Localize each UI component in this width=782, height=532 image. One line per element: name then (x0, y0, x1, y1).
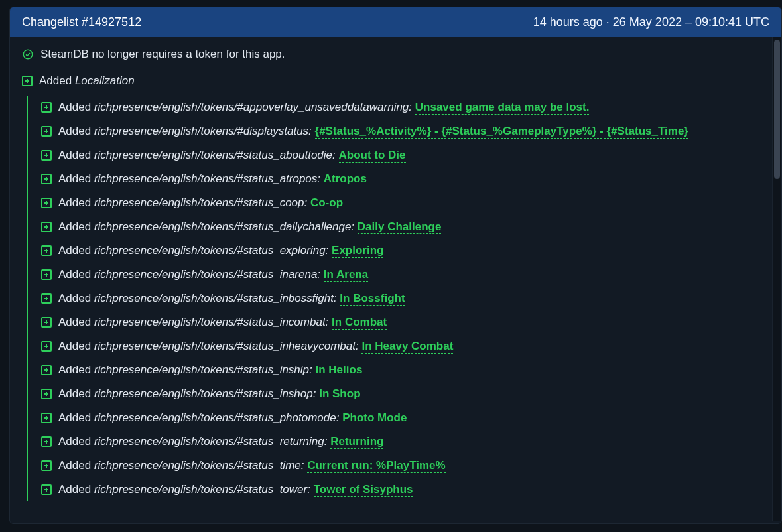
tree-children: Added richpresence/english/tokens/#appov… (27, 96, 769, 501)
plus-icon (41, 150, 52, 161)
entry-key: richpresence/english/tokens/#status_atro… (94, 172, 320, 185)
tree-row: Added richpresence/english/tokens/#statu… (41, 406, 769, 430)
entry-value-link[interactable]: Exploring (332, 244, 383, 258)
time-absolute: 26 May 2022 – 09:10:41 UTC (613, 15, 769, 29)
entry-key: richpresence/english/tokens/#status_inco… (94, 316, 328, 328)
scroll-area[interactable]: SteamDB no longer requires a token for t… (22, 48, 773, 511)
svg-point-0 (23, 50, 33, 59)
added-label: Added (58, 172, 91, 185)
entry-value-link[interactable]: Co-op (310, 196, 343, 210)
entry-key: richpresence/english/tokens/#status_inbo… (94, 292, 337, 304)
tree-row: Added richpresence/english/tokens/#statu… (41, 167, 769, 191)
entry-value-link[interactable]: In Bossfight (340, 292, 405, 306)
tree-row: Added richpresence/english/tokens/#statu… (41, 334, 769, 358)
tree-row: Added richpresence/english/tokens/#statu… (41, 310, 769, 334)
tree-row: Added richpresence/english/tokens/#statu… (41, 430, 769, 454)
time-relative: 14 hours ago (533, 15, 603, 29)
plus-icon (41, 126, 52, 137)
note-line: SteamDB no longer requires a token for t… (22, 48, 769, 61)
changelist-title: Changelist #14927512 (22, 15, 141, 29)
entry-key: richpresence/english/tokens/#status_inar… (94, 268, 320, 281)
tree-root-row: Added Localization (22, 69, 769, 93)
plus-icon (41, 389, 52, 399)
entry-value-link[interactable]: {#Status_%Activity%} - {#Status_%Gamepla… (315, 125, 688, 139)
scrollbar[interactable] (772, 37, 781, 521)
tree-row: Added richpresence/english/tokens/#statu… (41, 143, 769, 167)
entry-key: richpresence/english/tokens/#status_insh… (94, 364, 312, 376)
tree-row: Added richpresence/english/tokens/#statu… (41, 191, 769, 215)
entry-value-link[interactable]: In Heavy Combat (361, 340, 453, 354)
added-label: Added (58, 387, 91, 400)
tree-row: Added richpresence/english/tokens/#statu… (41, 263, 769, 287)
tree-row: Added richpresence/english/tokens/#statu… (41, 382, 769, 406)
plus-icon (41, 460, 52, 471)
plus-icon (41, 102, 52, 113)
card-header: Changelist #14927512 14 hours ago · 26 M… (10, 7, 781, 37)
plus-icon (41, 317, 52, 328)
entry-key: richpresence/english/tokens/#status_inhe… (94, 340, 359, 352)
entry-key: richpresence/english/tokens/#appoverlay_… (94, 101, 412, 113)
added-label: Added (39, 74, 72, 87)
plus-icon (41, 413, 52, 423)
root-key: Localization (75, 74, 135, 87)
added-label: Added (58, 411, 91, 424)
tree-row: Added richpresence/english/tokens/#statu… (41, 478, 769, 501)
changelist-card: Changelist #14927512 14 hours ago · 26 M… (9, 7, 782, 524)
added-label: Added (58, 268, 91, 281)
entry-key: richpresence/english/tokens/#status_phot… (94, 411, 340, 424)
plus-icon (41, 269, 52, 280)
entry-value-link[interactable]: Current run: %PlayTime% (307, 459, 445, 473)
entry-key: richpresence/english/tokens/#status_coop… (94, 196, 307, 209)
entry-key: richpresence/english/tokens/#status_abou… (94, 149, 336, 161)
added-label: Added (58, 196, 91, 209)
plus-icon (41, 222, 52, 232)
added-label: Added (58, 149, 91, 161)
time-sep: · (603, 15, 613, 29)
entry-value-link[interactable]: Atropos (324, 172, 367, 186)
entry-value-link[interactable]: Unsaved game data may be lost. (415, 101, 590, 115)
plus-icon (41, 365, 52, 375)
added-label: Added (58, 483, 91, 496)
entry-value-link[interactable]: About to Die (339, 149, 406, 163)
entry-value-link[interactable]: In Helios (316, 364, 363, 377)
check-circle-icon (22, 48, 34, 60)
entry-value-link[interactable]: In Shop (319, 387, 360, 401)
added-label: Added (58, 292, 91, 304)
tree-row: Added richpresence/english/tokens/#statu… (41, 287, 769, 310)
plus-icon (41, 484, 52, 495)
changelist-timestamp: 14 hours ago · 26 May 2022 – 09:10:41 UT… (533, 15, 769, 29)
entry-key: richpresence/english/tokens/#displaystat… (94, 125, 312, 137)
tree-row: Added richpresence/english/tokens/#displ… (41, 119, 769, 143)
entry-value-link[interactable]: Tower of Sisyphus (314, 483, 413, 497)
entry-value-link[interactable]: In Arena (324, 268, 368, 282)
entry-value-link[interactable]: Returning (330, 435, 383, 449)
added-label: Added (58, 244, 91, 257)
entry-value-link[interactable]: In Combat (332, 316, 387, 330)
plus-icon (41, 293, 52, 304)
entry-key: richpresence/english/tokens/#status_retu… (94, 435, 328, 448)
entry-value-link[interactable]: Photo Mode (342, 411, 407, 425)
entry-key: richpresence/english/tokens/#status_towe… (94, 483, 310, 496)
added-label: Added (58, 459, 91, 472)
tree-row: Added richpresence/english/tokens/#statu… (41, 454, 769, 478)
card-body: SteamDB no longer requires a token for t… (10, 37, 781, 521)
plus-icon (41, 436, 52, 447)
added-label: Added (58, 316, 91, 328)
scrollbar-thumb[interactable] (774, 40, 780, 179)
tree-row: Added richpresence/english/tokens/#statu… (41, 358, 769, 382)
entry-key: richpresence/english/tokens/#status_dail… (94, 220, 354, 233)
plus-icon (41, 174, 52, 184)
added-label: Added (58, 340, 91, 352)
entry-value-link[interactable]: Daily Challenge (358, 220, 442, 234)
added-label: Added (58, 364, 91, 376)
change-tree: Added Localization Added richpresence/en… (22, 69, 769, 501)
entry-key: richpresence/english/tokens/#status_insh… (94, 387, 316, 400)
plus-icon (41, 198, 52, 208)
plus-icon (41, 341, 52, 352)
added-label: Added (58, 101, 91, 113)
added-label: Added (58, 435, 91, 448)
tree-row: Added richpresence/english/tokens/#appov… (41, 96, 769, 119)
tree-row: Added richpresence/english/tokens/#statu… (41, 215, 769, 239)
entry-key: richpresence/english/tokens/#status_time… (94, 459, 304, 472)
tree-row: Added richpresence/english/tokens/#statu… (41, 239, 769, 263)
